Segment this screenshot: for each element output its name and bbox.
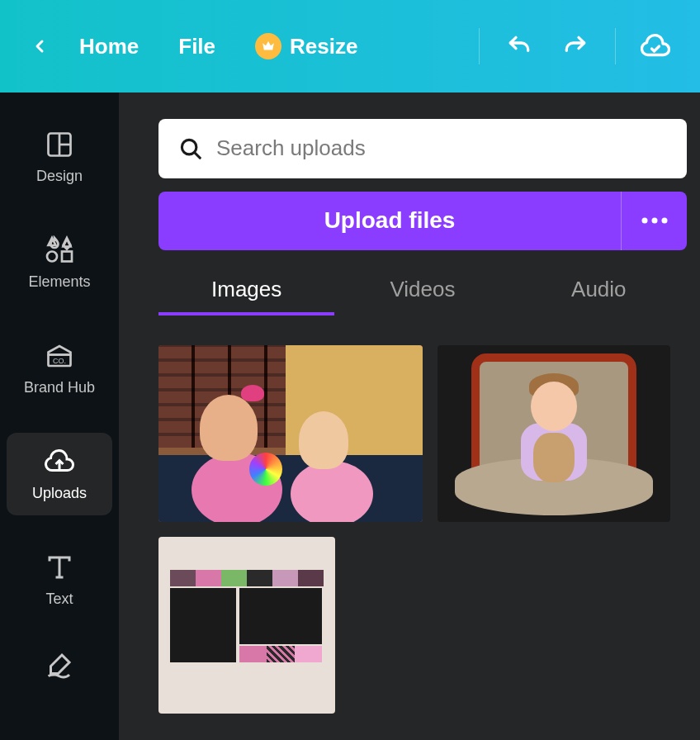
svg-point-14 (651, 218, 657, 224)
svg-point-4 (47, 251, 57, 261)
search-input[interactable] (216, 135, 667, 161)
sidebar-item-label: Brand Hub (24, 379, 95, 396)
upload-more-button[interactable] (621, 192, 687, 251)
tab-images[interactable]: Images (158, 263, 334, 315)
more-icon (641, 216, 669, 225)
sidebar-item-design[interactable]: Design (7, 116, 112, 198)
svg-rect-5 (62, 251, 72, 261)
upload-row: Upload files (158, 192, 687, 251)
uploads-grid (158, 329, 687, 714)
sidebar: Design Elements CO. Brand Hub Uploads Te… (0, 92, 119, 740)
redo-button[interactable] (551, 26, 600, 66)
redo-icon (562, 33, 589, 59)
resize-label: Resize (290, 34, 357, 59)
tab-audio[interactable]: Audio (511, 263, 687, 315)
sidebar-item-text[interactable]: Text (7, 538, 112, 621)
upload-tabs: Images Videos Audio (158, 263, 687, 315)
chevron-left-icon (30, 36, 50, 56)
upload-thumbnail[interactable] (438, 345, 670, 522)
resize-button[interactable]: Resize (239, 33, 374, 59)
svg-text:CO.: CO. (53, 357, 66, 365)
svg-line-12 (195, 152, 201, 158)
svg-point-13 (641, 218, 647, 224)
sidebar-item-draw[interactable] (7, 644, 112, 685)
sidebar-item-elements[interactable]: Elements (7, 221, 112, 304)
sidebar-item-label: Elements (28, 273, 90, 291)
text-icon (45, 553, 74, 582)
sync-status-button[interactable] (631, 26, 680, 66)
tab-videos[interactable]: Videos (334, 263, 510, 315)
upload-thumbnail[interactable] (158, 345, 423, 522)
sidebar-item-label: Uploads (32, 485, 87, 502)
divider (615, 28, 616, 64)
upload-files-button[interactable]: Upload files (158, 192, 621, 251)
sidebar-item-label: Design (36, 168, 83, 185)
sidebar-item-uploads[interactable]: Uploads (7, 433, 112, 515)
draw-icon (45, 650, 74, 680)
uploads-icon (45, 447, 74, 477)
crown-icon (255, 33, 281, 59)
brand-hub-icon: CO. (45, 341, 74, 371)
search-box[interactable] (158, 119, 687, 178)
cloud-check-icon (641, 31, 670, 61)
uploads-panel: Upload files Images Videos Audio (119, 92, 700, 740)
main-area: Design Elements CO. Brand Hub Uploads Te… (0, 92, 700, 740)
upload-thumbnail[interactable] (158, 537, 335, 714)
search-icon (178, 136, 203, 161)
undo-icon (506, 33, 532, 59)
design-icon (45, 130, 74, 159)
sidebar-item-label: Text (45, 591, 73, 608)
sidebar-item-brand-hub[interactable]: CO. Brand Hub (7, 327, 112, 410)
topbar: Home File Resize (0, 0, 700, 92)
file-menu[interactable]: File (162, 34, 232, 59)
svg-marker-3 (64, 239, 71, 246)
divider (479, 28, 480, 64)
elements-icon (45, 235, 74, 265)
home-link[interactable]: Home (63, 34, 155, 59)
undo-button[interactable] (494, 26, 544, 66)
svg-point-15 (661, 218, 667, 224)
back-button[interactable] (20, 26, 59, 66)
